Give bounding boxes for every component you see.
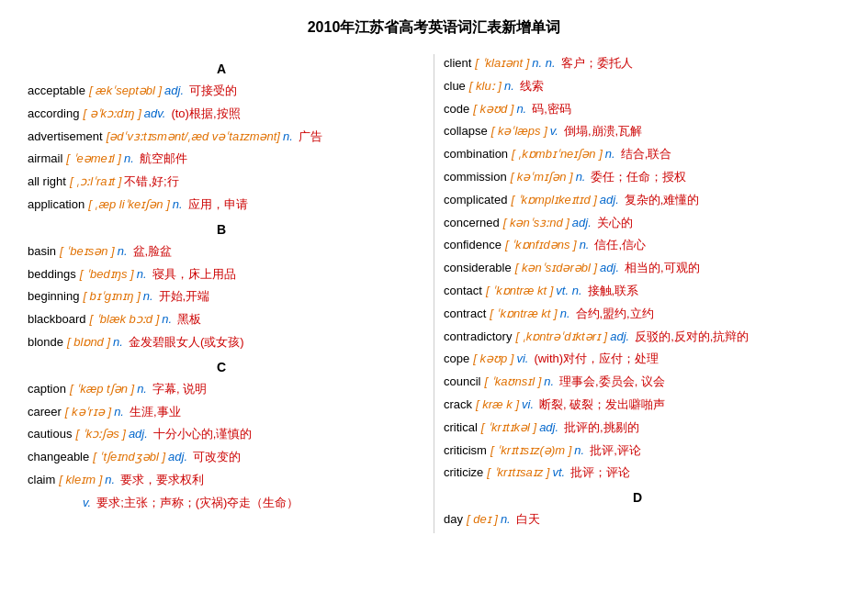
list-item: blonde [ blɒnd ] n. 金发碧眼女人(或女孩) <box>28 333 415 352</box>
list-item: beginning [ bɪˈgɪnɪŋ ] n. 开始,开端 <box>28 287 415 307</box>
list-item: cope [ kəʊp ] vi. (with)对付，应付；处理 <box>444 350 831 369</box>
list-item: criticize [ ˈkrɪtɪsaɪz ] vt. 批评；评论 <box>444 463 831 483</box>
list-item: commission [ kəˈmɪʃən ] n. 委任；任命；授权 <box>444 168 831 187</box>
list-item: criticism [ ˈkrɪtɪsɪz(ə)m ] n. 批评,评论 <box>444 441 831 461</box>
section-c-label: C <box>28 360 415 374</box>
column-divider <box>434 54 434 533</box>
list-item: day [ deɪ ] n. 白天 <box>444 510 831 530</box>
list-item: according [ əˈkɔːdɪŋ ] adv. (to)根据,按照 <box>28 105 415 124</box>
list-item: airmail [ ˈeəmeɪl ] n. 航空邮件 <box>28 150 415 169</box>
list-item: cautious [ ˈkɔːʃəs ] adj. 十分小心的,谨慎的 <box>28 425 415 444</box>
list-item: contradictory [ ˌkɒntrəˈdɪktərɪ ] adj. 反… <box>444 328 831 347</box>
list-item: clue [ kluː ] n. 线索 <box>444 77 831 96</box>
section-d-label: D <box>444 490 831 505</box>
list-item: application [ ˌæp liˈkeɪʃən ] n. 应用，申请 <box>28 195 415 215</box>
list-item: blackboard [ ˈblæk bɔːd ] n. 黑板 <box>28 310 415 329</box>
list-item: advertisement [ədˈvɜːtɪsmənt/ˌæd vəˈtaɪz… <box>28 128 415 147</box>
list-item: contract [ ˈkɒntræ kt ] n. 合约,盟约,立约 <box>444 305 831 324</box>
list-item: complicated [ ˈkɒmplɪkeɪtɪd ] adj. 复杂的,难… <box>444 191 831 210</box>
list-item: crack [ kræ k ] vi. 断裂, 破裂；发出噼啪声 <box>444 396 831 415</box>
list-item: considerable [ kənˈsɪdərəbl ] adj. 相当的,可… <box>444 259 831 278</box>
list-item: code [ kəʊd ] n. 码,密码 <box>444 100 831 119</box>
list-item: council [ ˈkaʊnsɪl ] n. 理事会,委员会, 议会 <box>444 373 831 392</box>
left-column: A acceptable [ ækˈseptəbl ] adj. 可接受的 ac… <box>28 54 424 533</box>
list-item: beddings [ ˈbedɪŋs ] n. 寝具，床上用品 <box>28 265 415 285</box>
list-item: critical [ ˈkrɪtɪkəl ] adj. 批评的,挑剔的 <box>444 419 831 438</box>
list-item: concerned [ kənˈsɜːnd ] adj. 关心的 <box>444 214 831 233</box>
list-item: career [ kəˈrɪə ] n. 生涯,事业 <box>28 403 415 422</box>
list-item: collapse [ kəˈlæps ] v. 倒塌,崩溃,瓦解 <box>444 122 831 141</box>
list-item: confidence [ ˈkɒnfɪdəns ] n. 信任,信心 <box>444 236 831 255</box>
list-item: changeable [ ˈtʃeɪndʒəbl ] adj. 可改变的 <box>28 448 415 467</box>
page-title: 2010年江苏省高考英语词汇表新增单词 <box>28 18 840 38</box>
list-item: v. 要求;主张；声称；(灾祸)夺走（生命） <box>28 494 415 513</box>
list-item: acceptable [ ækˈseptəbl ] adj. 可接受的 <box>28 82 415 101</box>
list-item: basin [ ˈbeɪsən ] n. 盆,脸盆 <box>28 242 415 262</box>
section-a-label: A <box>28 61 415 76</box>
list-item: client [ ˈklaɪənt ] n. n. 客户；委托人 <box>444 54 831 73</box>
list-item: claim [ kleɪm ] n. 要求，要求权利 <box>28 471 415 490</box>
list-item: caption [ ˈkæp tʃən ] n. 字幕, 说明 <box>28 380 415 399</box>
list-item: contact [ ˈkɒntræ kt ] vt. n. 接触,联系 <box>444 282 831 301</box>
list-item: all right [ ˌɔːlˈraɪt ] 不错,好;行 <box>28 173 415 192</box>
list-item: combination [ ˌkɒmbɪˈneɪʃən ] n. 结合,联合 <box>444 145 831 164</box>
section-b-label: B <box>28 222 415 237</box>
right-column: client [ ˈklaɪənt ] n. n. 客户；委托人 clue [ … <box>444 54 840 533</box>
